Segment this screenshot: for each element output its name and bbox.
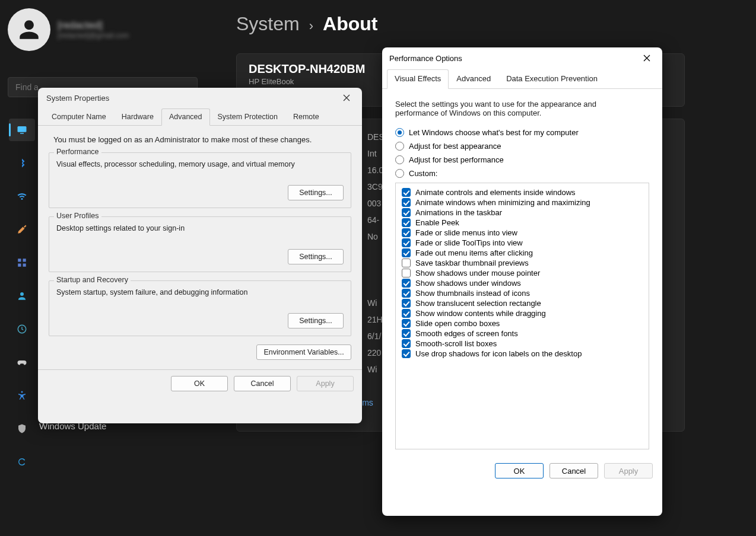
close-button[interactable] bbox=[635, 50, 659, 66]
check-label: Show translucent selection rectangle bbox=[415, 299, 541, 308]
admin-note: You must be logged on as an Administrato… bbox=[53, 135, 347, 144]
check-option-2[interactable]: Animations in the taskbar bbox=[402, 208, 643, 217]
tab-dep[interactable]: Data Execution Prevention bbox=[498, 69, 605, 89]
bluetooth-icon bbox=[17, 158, 27, 168]
sysprop-tabs: Computer Name Hardware Advanced System P… bbox=[38, 108, 362, 126]
radio-option-1[interactable]: Adjust for best appearance bbox=[395, 142, 649, 151]
check-option-12[interactable]: Show window contents while dragging bbox=[402, 309, 643, 318]
checkbox-icon bbox=[402, 309, 411, 318]
sidebar-item-bluetooth[interactable] bbox=[9, 152, 35, 174]
spec-value: Wi bbox=[367, 361, 383, 378]
check-option-13[interactable]: Slide open combo boxes bbox=[402, 319, 643, 328]
sidebar-item-time-language[interactable] bbox=[9, 318, 35, 340]
radio-option-2[interactable]: Adjust for best performance bbox=[395, 155, 649, 164]
sidebar-item-accounts[interactable] bbox=[9, 285, 35, 307]
sidebar-item-privacy[interactable] bbox=[9, 417, 35, 440]
user-icon bbox=[17, 291, 27, 301]
checkbox-icon bbox=[402, 259, 411, 267]
perf-intro: Select the settings you want to use for … bbox=[395, 100, 633, 117]
check-option-0[interactable]: Animate controls and elements inside win… bbox=[402, 188, 643, 197]
sidebar-item-personalization[interactable] bbox=[9, 218, 35, 241]
sidebar-item-network[interactable] bbox=[9, 185, 35, 208]
radio-icon bbox=[395, 128, 404, 137]
ok-button[interactable]: OK bbox=[495, 463, 544, 478]
environment-variables-button[interactable]: Environment Variables... bbox=[256, 344, 351, 360]
checkbox-icon bbox=[402, 208, 411, 217]
radio-label: Let Windows choose what's best for my co… bbox=[409, 128, 579, 137]
check-label: Use drop shadows for icon labels on the … bbox=[415, 349, 582, 358]
check-option-15[interactable]: Smooth-scroll list boxes bbox=[402, 339, 643, 348]
sidebar-item-system[interactable] bbox=[9, 119, 35, 141]
check-option-7[interactable]: Save taskbar thumbnail previews bbox=[402, 259, 643, 267]
tab-computer-name[interactable]: Computer Name bbox=[44, 109, 114, 126]
check-option-3[interactable]: Enable Peek bbox=[402, 218, 643, 227]
svg-rect-5 bbox=[23, 264, 26, 267]
radio-option-0[interactable]: Let Windows choose what's best for my co… bbox=[395, 128, 649, 137]
performance-settings-button[interactable]: Settings... bbox=[288, 185, 344, 200]
checkbox-icon bbox=[402, 319, 411, 328]
check-option-10[interactable]: Show thumbnails instead of icons bbox=[402, 289, 643, 298]
visual-effects-list[interactable]: Animate controls and elements inside win… bbox=[395, 183, 649, 449]
sidebar-item-apps[interactable] bbox=[9, 251, 35, 274]
check-label: Smooth edges of screen fonts bbox=[415, 329, 518, 338]
cancel-button[interactable]: Cancel bbox=[549, 463, 598, 478]
sidebar-item-gaming[interactable] bbox=[9, 351, 35, 374]
check-option-5[interactable]: Fade or slide ToolTips into view bbox=[402, 238, 643, 247]
check-label: Fade out menu items after clicking bbox=[415, 248, 533, 257]
check-option-8[interactable]: Show shadows under mouse pointer bbox=[402, 269, 643, 277]
sidebar-item-accessibility[interactable] bbox=[9, 384, 35, 407]
checkbox-icon bbox=[402, 299, 411, 308]
tab-hardware[interactable]: Hardware bbox=[114, 109, 161, 126]
radio-label: Adjust for best performance bbox=[409, 155, 504, 164]
user-text: [redacted] [redacted]@gmail.com bbox=[58, 20, 129, 40]
gamepad-icon bbox=[17, 357, 27, 368]
profiles-settings-button[interactable]: Settings... bbox=[288, 249, 344, 264]
check-option-1[interactable]: Animate windows when minimizing and maxi… bbox=[402, 198, 643, 207]
tab-advanced[interactable]: Advanced bbox=[449, 69, 498, 89]
tab-visual-effects[interactable]: Visual Effects bbox=[387, 69, 449, 89]
tab-advanced[interactable]: Advanced bbox=[161, 109, 210, 126]
check-option-16[interactable]: Use drop shadows for icon labels on the … bbox=[402, 349, 643, 358]
svg-rect-1 bbox=[20, 133, 24, 134]
apply-button: Apply bbox=[604, 463, 653, 478]
close-button[interactable] bbox=[335, 90, 358, 106]
check-label: Show shadows under windows bbox=[415, 279, 521, 288]
cancel-button[interactable]: Cancel bbox=[234, 376, 291, 391]
tab-system-protection[interactable]: System Protection bbox=[210, 109, 285, 126]
radio-option-3[interactable]: Custom: bbox=[395, 169, 649, 178]
perf-body: Select the settings you want to use for … bbox=[382, 89, 662, 455]
check-label: Save taskbar thumbnail previews bbox=[415, 259, 529, 267]
startup-recovery-group: Startup and Recovery System startup, sys… bbox=[49, 280, 351, 336]
tab-remote[interactable]: Remote bbox=[285, 109, 327, 126]
checkbox-icon bbox=[402, 329, 411, 338]
performance-group: Performance Visual effects, processor sc… bbox=[49, 152, 351, 208]
avatar[interactable] bbox=[8, 8, 50, 51]
check-label: Enable Peek bbox=[415, 218, 459, 227]
sysprop-titlebar[interactable]: System Properties bbox=[38, 88, 362, 108]
checkbox-icon bbox=[402, 349, 411, 358]
clock-icon bbox=[17, 324, 27, 334]
check-option-14[interactable]: Smooth edges of screen fonts bbox=[402, 329, 643, 338]
chevron-right-icon: › bbox=[309, 18, 313, 34]
startup-settings-button[interactable]: Settings... bbox=[288, 313, 344, 328]
breadcrumb-parent[interactable]: System bbox=[236, 13, 300, 35]
startup-legend: Startup and Recovery bbox=[54, 276, 131, 284]
check-option-9[interactable]: Show shadows under windows bbox=[402, 279, 643, 288]
checkbox-icon bbox=[402, 238, 411, 247]
checkbox-icon bbox=[402, 188, 411, 197]
radio-icon bbox=[395, 142, 404, 151]
user-profiles-group: User Profiles Desktop settings related t… bbox=[49, 216, 351, 272]
check-option-11[interactable]: Show translucent selection rectangle bbox=[402, 299, 643, 308]
accessibility-icon bbox=[17, 390, 27, 401]
svg-rect-3 bbox=[23, 259, 26, 261]
radio-label: Custom: bbox=[409, 169, 437, 178]
check-option-4[interactable]: Fade or slide menus into view bbox=[402, 228, 643, 237]
performance-options-dialog: Performance Options Visual Effects Advan… bbox=[382, 47, 662, 516]
startup-desc: System startup, system failure, and debu… bbox=[56, 288, 344, 296]
user-profile-block: [redacted] [redacted]@gmail.com bbox=[8, 8, 129, 51]
perf-titlebar[interactable]: Performance Options bbox=[382, 47, 662, 69]
perf-title: Performance Options bbox=[389, 54, 462, 63]
sidebar-item-windows-update[interactable] bbox=[9, 451, 35, 473]
check-option-6[interactable]: Fade out menu items after clicking bbox=[402, 248, 643, 257]
ok-button[interactable]: OK bbox=[171, 376, 228, 391]
